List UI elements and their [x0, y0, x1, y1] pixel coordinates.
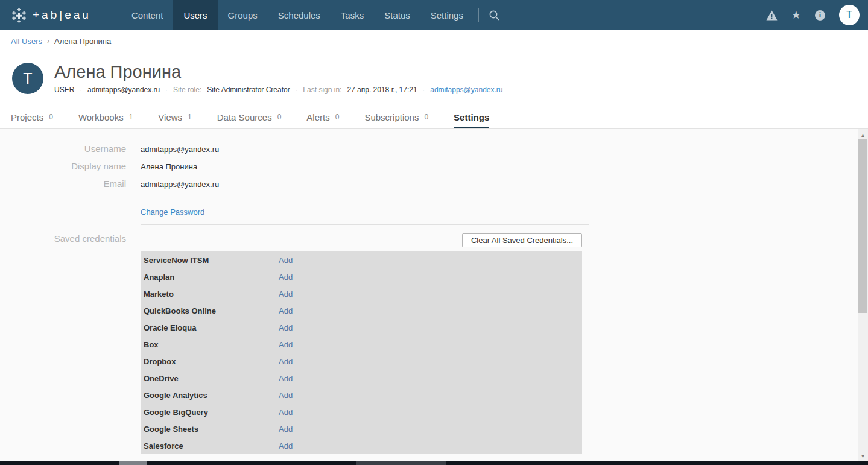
- credential-name: Box: [144, 340, 279, 349]
- section-divider: [141, 224, 589, 225]
- username-row: Username admitapps@yandex.ru: [0, 144, 868, 156]
- scroll-down-icon[interactable]: ▼: [858, 451, 868, 461]
- last-sign-in-label: Last sign in:: [303, 86, 341, 94]
- nav-item-schedules[interactable]: Schedules: [268, 0, 331, 30]
- clear-all-saved-credentials-button[interactable]: Clear All Saved Credentials...: [462, 233, 582, 247]
- scrollbar-thumb[interactable]: [858, 139, 867, 313]
- username-label: Username: [0, 144, 126, 154]
- search-icon[interactable]: [483, 0, 507, 30]
- nav-right-icons: ★ i T: [766, 0, 868, 30]
- credential-row: Marketo Add: [141, 285, 582, 302]
- meta-dot: ·: [165, 86, 168, 93]
- scroll-up-icon[interactable]: ▲: [858, 130, 868, 140]
- top-navigation: +ab|eau Content Users Groups Schedules T…: [0, 0, 868, 30]
- credential-name: Google Analytics: [144, 391, 279, 400]
- credential-name: Salesforce: [144, 441, 279, 451]
- add-link[interactable]: Add: [279, 374, 293, 383]
- tab-views[interactable]: Views 1: [158, 99, 191, 128]
- breadcrumb-separator: ›: [47, 37, 49, 45]
- user-type-label: USER: [54, 86, 74, 94]
- credential-name: Google Sheets: [144, 425, 279, 434]
- add-link[interactable]: Add: [279, 256, 293, 265]
- credential-row: Google Sheets Add: [141, 420, 582, 437]
- site-role-value: Site Administrator Creator: [207, 86, 290, 94]
- user-profile-header: T Алена Пронина USER · admitapps@yandex.…: [0, 52, 868, 99]
- nav-item-content[interactable]: Content: [121, 0, 174, 30]
- nav-item-users[interactable]: Users: [173, 0, 217, 30]
- info-icon[interactable]: i: [815, 10, 825, 21]
- email-label: Email: [0, 179, 126, 189]
- tab-projects[interactable]: Projects 0: [11, 99, 53, 128]
- tab-data-sources[interactable]: Data Sources 0: [217, 99, 282, 128]
- credential-row: Oracle Eloqua Add: [141, 319, 582, 336]
- add-link[interactable]: Add: [279, 273, 293, 282]
- saved-credentials-header: Saved credentials Clear All Saved Creden…: [0, 233, 582, 247]
- alert-icon[interactable]: [766, 10, 778, 21]
- tab-subscriptions[interactable]: Subscriptions 0: [364, 99, 428, 128]
- add-link[interactable]: Add: [279, 306, 293, 315]
- nav-divider: [478, 8, 479, 22]
- nav-item-status[interactable]: Status: [374, 0, 420, 30]
- add-link[interactable]: Add: [279, 340, 293, 349]
- email-row: Email admitapps@yandex.ru: [0, 179, 868, 191]
- bottom-bar-segment: [119, 461, 147, 465]
- credential-name: Anaplan: [144, 273, 279, 282]
- credential-row: Google Analytics Add: [141, 387, 582, 403]
- add-link[interactable]: Add: [279, 408, 293, 417]
- display-name-value: Алена Пронина: [141, 162, 197, 171]
- change-password-link[interactable]: Change Password: [141, 207, 204, 217]
- credential-name: Dropbox: [144, 357, 279, 366]
- add-link[interactable]: Add: [279, 391, 293, 400]
- tableau-logo[interactable]: +ab|eau: [0, 0, 91, 30]
- credential-name: Marketo: [144, 289, 279, 299]
- credential-row: QuickBooks Online Add: [141, 302, 582, 319]
- credential-row: Google BigQuery Add: [141, 403, 582, 420]
- tab-settings[interactable]: Settings: [454, 99, 489, 128]
- add-link[interactable]: Add: [279, 357, 293, 366]
- credential-name: ServiceNow ITSM: [144, 256, 279, 265]
- page-title: Алена Пронина: [54, 63, 503, 81]
- nav-item-settings[interactable]: Settings: [420, 0, 474, 30]
- tab-data-sources-count: 0: [277, 113, 282, 121]
- saved-credentials-label: Saved credentials: [0, 233, 126, 244]
- vertical-scrollbar[interactable]: ▲ ▼: [858, 129, 868, 461]
- tab-alerts[interactable]: Alerts 0: [306, 99, 339, 128]
- meta-dot: ·: [296, 86, 298, 93]
- display-name-row: Display name Алена Пронина: [0, 161, 868, 173]
- tab-workbooks[interactable]: Workbooks 1: [78, 99, 133, 128]
- breadcrumb: All Users › Алена Пронина: [0, 30, 868, 52]
- breadcrumb-all-users-link[interactable]: All Users: [11, 37, 42, 46]
- user-avatar-menu[interactable]: T: [839, 5, 860, 25]
- email-value: admitapps@yandex.ru: [141, 180, 219, 189]
- tab-bar: Projects 0 Workbooks 1 Views 1 Data Sour…: [0, 99, 868, 129]
- username-value: admitapps@yandex.ru: [141, 145, 219, 154]
- add-link[interactable]: Add: [279, 289, 293, 299]
- tab-subscriptions-count: 0: [424, 113, 428, 121]
- add-link[interactable]: Add: [279, 323, 293, 332]
- tab-workbooks-count: 1: [129, 113, 133, 121]
- profile-email-link[interactable]: admitapps@yandex.ru: [430, 86, 502, 94]
- nav-item-groups[interactable]: Groups: [218, 0, 268, 30]
- bottom-bar-segment: [356, 461, 446, 465]
- username-text: admitapps@yandex.ru: [87, 86, 160, 94]
- breadcrumb-current: Алена Пронина: [54, 37, 111, 46]
- credential-row: Anaplan Add: [141, 268, 582, 285]
- settings-panel: Username admitapps@yandex.ru Display nam…: [0, 129, 868, 461]
- tab-views-count: 1: [188, 113, 192, 121]
- meta-dot: ·: [423, 86, 425, 93]
- star-icon[interactable]: ★: [791, 10, 801, 21]
- tab-alerts-count: 0: [335, 113, 340, 121]
- bottom-bar: [0, 461, 868, 465]
- add-link[interactable]: Add: [279, 425, 293, 434]
- credential-row: OneDrive Add: [141, 370, 582, 387]
- credential-row: ServiceNow ITSM Add: [141, 251, 582, 268]
- credential-name: OneDrive: [144, 374, 279, 383]
- main-menu: Content Users Groups Schedules Tasks Sta…: [121, 0, 474, 30]
- tableau-logo-icon: [11, 7, 27, 24]
- add-link[interactable]: Add: [279, 441, 293, 451]
- credential-name: Google BigQuery: [144, 408, 279, 417]
- site-role-label: Site role:: [173, 86, 201, 94]
- tab-projects-count: 0: [49, 113, 53, 121]
- credential-name: QuickBooks Online: [144, 306, 279, 315]
- nav-item-tasks[interactable]: Tasks: [331, 0, 374, 30]
